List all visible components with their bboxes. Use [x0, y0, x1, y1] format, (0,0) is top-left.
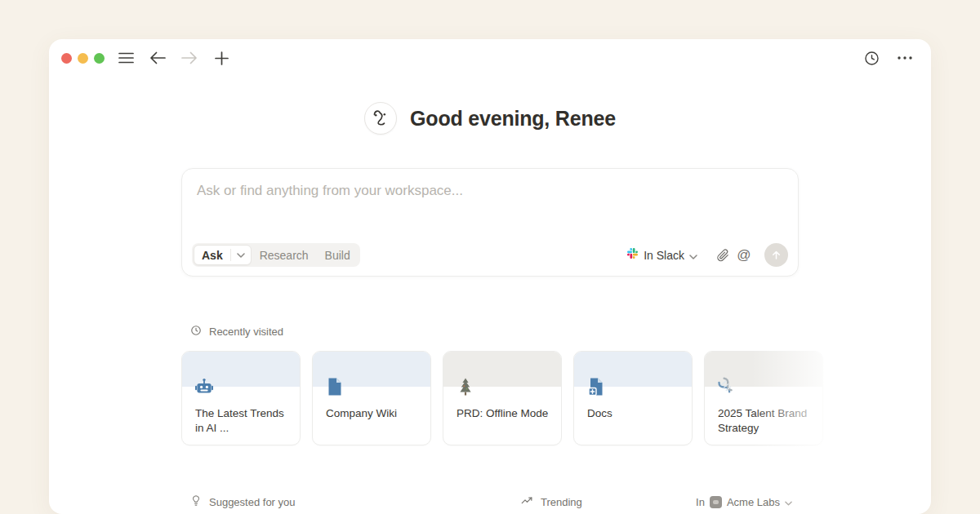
ask-composer: Ask or find anything from your workspace… [181, 168, 799, 277]
maximize-window-button[interactable] [94, 53, 105, 64]
trending-header: Trending [541, 496, 582, 508]
dna-icon [717, 377, 737, 397]
greeting: Good evening, Renee [49, 102, 931, 135]
mode-ask[interactable]: Ask [194, 245, 252, 265]
traffic-lights [61, 53, 105, 64]
card-prd-offline-mode[interactable]: PRD: Offline Mode [443, 351, 562, 445]
page-icon [325, 377, 345, 397]
trending-up-icon [521, 494, 533, 509]
attachment-icon[interactable] [712, 245, 733, 266]
history-icon[interactable] [861, 47, 882, 69]
footer-sections: Suggested for you Trending In Acme Labs [190, 493, 792, 511]
mode-research[interactable]: Research [252, 249, 317, 262]
back-icon[interactable] [147, 47, 168, 69]
mode-switcher: Ask Research Build [192, 243, 360, 267]
workspace-prefix: In [696, 496, 705, 508]
lightbulb-icon [190, 494, 202, 509]
page-title: Good evening, Renee [410, 107, 616, 131]
chevron-down-icon [785, 496, 792, 508]
page-plus-icon [586, 377, 606, 397]
chevron-down-icon [689, 248, 697, 263]
card-title: 2025 Talent Brand Strategy [718, 406, 814, 436]
ai-face-icon [364, 102, 397, 135]
card-2025-talent-brand-strategy[interactable]: 2025 Talent Brand Strategy [704, 351, 823, 445]
forward-icon[interactable] [179, 47, 200, 69]
minimize-window-button[interactable] [78, 53, 88, 64]
mention-icon[interactable]: @ [733, 245, 755, 266]
scope-label: In Slack [644, 249, 684, 262]
slack-icon [626, 247, 639, 263]
tree-icon [456, 377, 475, 397]
recently-visited-header: Recently visited [190, 325, 283, 339]
scope-selector[interactable]: In Slack [626, 247, 697, 263]
card-company-wiki[interactable]: Company Wiki [312, 351, 431, 445]
recently-visited-cards: The Latest Trends in AI ... Company Wiki [181, 351, 823, 445]
card-title: PRD: Offline Mode [457, 406, 553, 421]
card-title: Docs [587, 406, 684, 421]
ask-input[interactable]: Ask or find anything from your workspace… [182, 169, 798, 213]
more-options-icon[interactable] [894, 47, 915, 69]
card-docs[interactable]: Docs [573, 351, 693, 445]
mode-build[interactable]: Build [317, 249, 359, 262]
clock-icon [190, 325, 202, 339]
card-title: The Latest Trends in AI ... [195, 406, 292, 436]
suggested-header: Suggested for you [190, 494, 521, 509]
section-title: Suggested for you [209, 496, 296, 508]
titlebar [49, 39, 931, 77]
send-button[interactable] [764, 243, 788, 267]
workspace-selector[interactable]: In Acme Labs [696, 496, 792, 508]
robot-icon [194, 377, 214, 397]
card-latest-trends-in-ai[interactable]: The Latest Trends in AI ... [181, 351, 301, 445]
section-title: Recently visited [209, 326, 283, 338]
workspace-avatar [710, 496, 722, 508]
card-title: Company Wiki [326, 406, 422, 421]
chevron-down-icon[interactable] [231, 253, 251, 258]
workspace-name: Acme Labs [727, 496, 780, 508]
close-window-button[interactable] [61, 53, 72, 64]
menu-icon[interactable] [115, 47, 136, 69]
new-tab-icon[interactable] [211, 47, 232, 69]
app-window: Good evening, Renee Ask or find anything… [49, 39, 931, 514]
